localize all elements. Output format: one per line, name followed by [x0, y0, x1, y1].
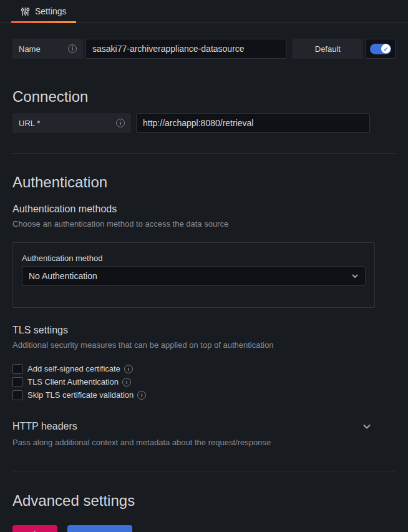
tab-settings[interactable]: Settings [11, 0, 76, 22]
name-field-row: Name i Default ✓ [12, 39, 396, 59]
tab-settings-label: Settings [35, 6, 67, 16]
default-label: Default [293, 39, 363, 59]
checkbox[interactable] [12, 377, 22, 387]
info-icon[interactable]: i [122, 378, 131, 387]
toggle-pill: ✓ [370, 44, 391, 54]
checkbox-row-self-signed-certificate[interactable]: Add self-signed certificate i [12, 362, 396, 375]
auth-methods-title: Authentication methods [12, 202, 396, 216]
url-label: URL * i [12, 113, 131, 133]
checkbox[interactable] [12, 390, 22, 400]
tab-bar: Settings [0, 0, 408, 23]
save-and-test-button[interactable]: Save & test [67, 525, 132, 532]
http-headers-title: HTTP headers [12, 420, 77, 433]
connection-section-title: Connection [12, 87, 396, 106]
authentication-section-title: Authentication [12, 173, 396, 192]
default-toggle[interactable]: ✓ [366, 39, 396, 59]
info-icon[interactable]: i [137, 391, 146, 400]
chevron-down-icon[interactable] [362, 421, 372, 431]
datasource-settings-page: Settings Name i Default ✓ Connection URL [0, 0, 408, 532]
url-field-row: URL * i [12, 113, 396, 133]
tls-settings-title: TLS settings [12, 323, 396, 337]
checkbox-row-skip-tls-validation[interactable]: Skip TLS certificate validation i [12, 388, 396, 401]
url-input[interactable] [136, 113, 370, 133]
auth-method-select[interactable]: No Authentication [22, 266, 366, 286]
info-icon[interactable]: i [116, 119, 125, 127]
check-icon: ✓ [381, 44, 391, 54]
auth-method-label: Authentication method [22, 254, 366, 263]
auth-methods-description: Choose an authentication method to acces… [12, 219, 396, 230]
name-label: Name i [12, 39, 83, 59]
info-icon[interactable]: i [68, 44, 77, 53]
sliders-icon [21, 7, 30, 16]
auth-method-selected-value: No Authentication [29, 271, 97, 281]
http-headers-toggle[interactable]: HTTP headers [12, 420, 372, 433]
section-divider [12, 153, 396, 154]
name-input[interactable] [85, 39, 286, 59]
http-headers-description: Pass along additional context and metada… [12, 437, 396, 448]
chevron-down-icon [351, 272, 359, 280]
info-icon[interactable]: i [124, 365, 133, 373]
checkbox-row-tls-client-auth[interactable]: TLS Client Authentication i [12, 375, 396, 388]
tls-settings-description: Additional security measures that can be… [12, 340, 396, 351]
delete-button[interactable]: Delete [12, 525, 57, 532]
checkbox[interactable] [12, 364, 22, 374]
tls-options-group: Add self-signed certificate i TLS Client… [12, 362, 396, 401]
action-buttons: Delete Save & test [12, 525, 396, 532]
auth-method-panel: Authentication method No Authentication [12, 242, 375, 308]
advanced-settings-title: Advanced settings [12, 491, 396, 510]
section-divider [12, 471, 396, 471]
